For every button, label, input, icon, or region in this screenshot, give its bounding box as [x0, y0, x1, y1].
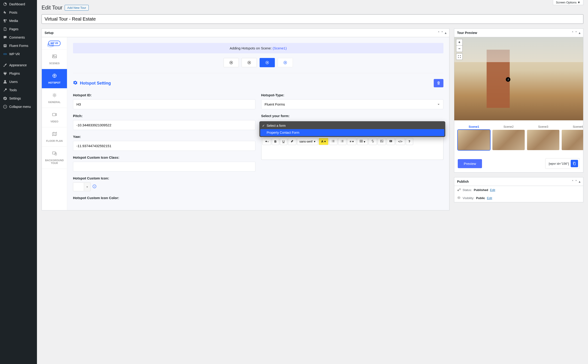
sidebar-item-posts[interactable]: Posts [0, 8, 37, 17]
sidebar-item-settings[interactable]: Settings [0, 94, 37, 103]
form-select-label: Select your form: [261, 114, 444, 118]
custom-icon-preview [73, 182, 84, 191]
shortcode-text: [wpvr id="156"] [549, 162, 569, 165]
scene-thumb-label: Scene1 [458, 125, 490, 128]
help-icon[interactable]: ? [92, 184, 97, 189]
scene-link[interactable]: (Scene1) [273, 46, 287, 50]
metabox-toggle-icon[interactable]: ▴ [579, 31, 580, 35]
add-new-tour-button[interactable]: Add New Tour [65, 5, 89, 11]
tab-label: BACKGROUND TOUR [45, 159, 64, 164]
hotspot-add-button[interactable] [278, 58, 293, 67]
pitch-input[interactable] [73, 120, 255, 130]
scene-thumb-4[interactable]: Scene4 [562, 125, 583, 150]
metabox-move-down-icon[interactable]: ˅ [441, 31, 443, 35]
tab-label: VIDEO [50, 120, 58, 123]
hotspot-selector-2[interactable] [242, 58, 257, 67]
video-icon [44, 112, 65, 118]
metabox-toggle-icon[interactable]: ▴ [445, 31, 446, 35]
sidebar-item-collapse[interactable]: Collapse menu [0, 103, 37, 111]
tour-title-input[interactable] [42, 14, 583, 24]
eye-icon [457, 196, 461, 200]
svg-point-5 [5, 54, 6, 54]
scene-thumb-image [458, 130, 490, 150]
hotspot-id-label: Hotspot ID: [73, 93, 255, 97]
editor-link-button[interactable] [368, 138, 377, 145]
hotspot-setting-title: Hotspot Setting [80, 81, 111, 86]
sidebar-item-plugins[interactable]: Plugins [0, 69, 37, 78]
tab-hotspot[interactable]: HOTSPOT [42, 69, 67, 88]
custom-icon-class-input[interactable] [73, 162, 255, 172]
custom-icon-color-label: Hotspot Custom Icon Color: [73, 196, 255, 200]
delete-hotspot-button[interactable] [434, 79, 443, 87]
sidebar-item-dashboard[interactable]: Dashboard [0, 0, 37, 8]
editor-code-button[interactable]: </> [396, 138, 405, 145]
scene-thumb-3[interactable]: Scene3 [527, 125, 559, 150]
editor-table-button[interactable]: ▾ [357, 138, 368, 145]
hotspot-id-input[interactable] [73, 99, 255, 109]
metabox-move-up-icon[interactable]: ˄ [572, 31, 574, 35]
fullscreen-button[interactable] [456, 53, 463, 60]
editor-eraser-button[interactable] [288, 138, 296, 145]
tab-background-tour[interactable]: BACKGROUND TOUR [42, 147, 67, 169]
preview-metabox: Tour Preview ˄ ˅ ▴ + − i [454, 28, 583, 173]
svg-point-27 [332, 141, 332, 141]
editor-help-button[interactable]: ? [406, 138, 413, 145]
tab-floor-plan[interactable]: FLOOR PLAN [42, 127, 67, 147]
dropdown-option-property-contact[interactable]: Property Contact Form [260, 129, 445, 136]
editor-underline-button[interactable]: U [280, 138, 287, 145]
page-title: Edit Tour [42, 5, 62, 11]
tab-scenes[interactable]: SCENES [42, 50, 67, 69]
custom-icon-dropdown[interactable]: ▼ [84, 182, 90, 191]
hotspot-type-select[interactable]: Fluent Forms [261, 99, 444, 109]
screen-options-button[interactable]: Screen Options ▼ [553, 0, 583, 5]
editor-font-select[interactable]: sans-serif ▾ [297, 138, 318, 145]
dashboard-icon [3, 2, 7, 6]
dropdown-option-select-form[interactable]: Select a form [260, 122, 445, 129]
tab-label: HOTSPOT [48, 81, 60, 84]
publish-metabox: Publish ˄ ˅ ▴ Status: Published Edit [454, 177, 583, 202]
metabox-toggle-icon[interactable]: ▴ [579, 180, 580, 183]
editor-content-area[interactable] [261, 146, 444, 160]
visibility-edit-link[interactable]: Edit [487, 196, 492, 200]
tab-general[interactable]: GENERAL [42, 88, 67, 108]
hotspot-selector-3[interactable] [260, 58, 275, 67]
sidebar-item-tools[interactable]: Tools [0, 86, 37, 94]
editor-video-button[interactable] [387, 138, 395, 145]
zoom-out-button[interactable]: − [456, 46, 463, 52]
yaw-input[interactable] [73, 141, 255, 151]
scene-thumb-label: Scene4 [562, 125, 583, 128]
sidebar-item-label: Users [9, 80, 18, 84]
sidebar-item-comments[interactable]: Comments [0, 33, 37, 42]
metabox-move-up-icon[interactable]: ˄ [438, 31, 439, 35]
tab-video[interactable]: VIDEO [42, 108, 67, 127]
editor-bold-button[interactable]: B [272, 138, 279, 145]
metabox-move-down-icon[interactable]: ˅ [575, 180, 577, 183]
hotspot-selector-1[interactable] [224, 58, 239, 67]
metabox-move-up-icon[interactable]: ˄ [572, 180, 574, 183]
preview-panorama[interactable]: + − i [454, 37, 583, 120]
sidebar-item-users[interactable]: Users [0, 78, 37, 86]
status-edit-link[interactable]: Edit [490, 188, 495, 192]
scene-thumb-2[interactable]: Scene2 [492, 125, 525, 150]
svg-point-25 [332, 140, 332, 140]
svg-point-42 [458, 190, 459, 191]
editor-ol-button[interactable]: 123 [338, 138, 346, 145]
scene-thumb-1[interactable]: Scene1 [458, 125, 490, 150]
gear-icon [44, 93, 65, 99]
zoom-in-button[interactable]: + [456, 39, 463, 46]
editor-align-button[interactable]: ≡ ▾ [347, 138, 356, 145]
sidebar-item-media[interactable]: Media [0, 17, 37, 25]
metabox-move-down-icon[interactable]: ˅ [575, 31, 577, 35]
sidebar-item-wpvr[interactable]: WP VR [0, 50, 37, 58]
preview-button[interactable]: Preview [458, 159, 482, 168]
sidebar-item-pages[interactable]: Pages [0, 25, 37, 33]
editor-font-color-button[interactable]: A ▾ [319, 138, 328, 145]
page-icon [3, 27, 7, 31]
editor-image-button[interactable] [378, 138, 386, 145]
sidebar-item-appearance[interactable]: Appearance [0, 61, 37, 69]
sidebar-item-fluentforms[interactable]: Fluent Forms [0, 42, 37, 50]
copy-shortcode-button[interactable] [571, 160, 578, 167]
editor-wand-button[interactable]: ✦˖ [262, 138, 271, 145]
editor-ul-button[interactable] [329, 138, 337, 145]
hotspot-marker-icon[interactable]: i [506, 77, 510, 82]
